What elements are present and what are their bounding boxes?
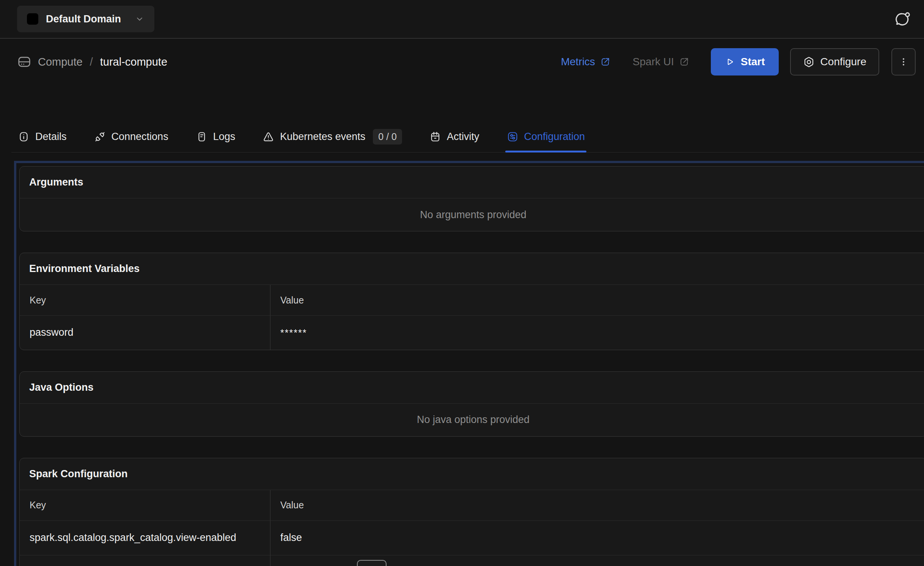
table-row: spark.sql.catalog.spark_catalog.view-ena… — [20, 521, 924, 555]
row-value-masked: ****** — [270, 316, 924, 350]
breadcrumb-separator: / — [90, 56, 93, 68]
empty-state-message: No java options provided — [20, 404, 924, 436]
tab-activity[interactable]: Activity — [429, 121, 479, 153]
section-spark-configuration: Spark ConfigurationKeyValuespark.sql.cat… — [19, 458, 924, 566]
section-title: Environment Variables — [20, 253, 924, 285]
row-key — [20, 555, 270, 566]
breadcrumb: Compute / tural-compute — [17, 55, 167, 69]
breadcrumb-current-page: tural-compute — [100, 56, 167, 68]
configure-button-label: Configure — [820, 56, 866, 68]
section-java-options: Java OptionsNo java options provided — [19, 371, 924, 437]
tab-label: Kubernetes events — [280, 131, 365, 143]
domain-color-swatch — [27, 13, 38, 25]
section-arguments: ArgumentsNo arguments provided — [19, 166, 924, 231]
tab-logs[interactable]: Logs — [196, 121, 236, 153]
section-environment-variables: Environment VariablesKeyValuepassword***… — [19, 253, 924, 350]
calendar-icon — [429, 131, 441, 143]
chat-button[interactable] — [892, 8, 913, 30]
info-icon — [18, 131, 30, 143]
tab-label: Connections — [112, 131, 168, 143]
external-link-icon — [600, 57, 611, 67]
tab-label: Configuration — [524, 131, 585, 143]
warning-icon — [262, 131, 274, 143]
tab-connections[interactable]: Connections — [94, 121, 168, 153]
column-header-key: Key — [20, 490, 270, 520]
column-header-value: Value — [270, 285, 924, 315]
page-header: Compute / tural-compute Metrics Spark UI… — [0, 39, 924, 84]
top-bar: Default Domain — [0, 0, 924, 39]
table-header-row: KeyValue — [20, 490, 924, 521]
metrics-link[interactable]: Metrics — [561, 56, 611, 68]
configure-button[interactable]: Configure — [790, 48, 879, 75]
tab-badge: 0 / 0 — [373, 129, 402, 145]
tab-bar: DetailsConnectionsLogsKubernetes events0… — [0, 121, 924, 153]
row-value: false — [270, 521, 924, 555]
start-button-label: Start — [741, 56, 765, 68]
table-row: password****** — [20, 316, 924, 350]
table-header-row: KeyValue — [20, 285, 924, 316]
configuration-tab-panel: ArgumentsNo arguments providedEnvironmen… — [14, 161, 924, 566]
tab-kubernetes-events[interactable]: Kubernetes events0 / 0 — [262, 121, 402, 153]
logs-icon — [196, 131, 207, 143]
nut-icon — [803, 56, 815, 68]
column-header-key: Key — [20, 285, 270, 315]
column-header-value: Value — [270, 490, 924, 520]
domain-label: Default Domain — [46, 13, 121, 25]
external-link-icon — [679, 57, 690, 67]
sliders-icon — [507, 131, 519, 143]
start-button[interactable]: Start — [711, 48, 779, 75]
more-options-button[interactable] — [891, 48, 916, 75]
section-title: Arguments — [20, 167, 924, 198]
tab-label: Activity — [447, 131, 479, 143]
empty-state-message: No arguments provided — [20, 198, 924, 231]
plug-icon — [94, 131, 106, 143]
chat-bubble-icon — [894, 11, 911, 27]
tab-configuration[interactable]: Configuration — [507, 121, 585, 153]
section-title: Java Options — [20, 372, 924, 404]
truncated-row — [20, 555, 924, 566]
chevron-down-icon — [135, 14, 145, 24]
domain-selector[interactable]: Default Domain — [17, 6, 154, 32]
row-key: password — [20, 316, 270, 350]
tab-label: Details — [35, 131, 67, 143]
tab-details[interactable]: Details — [18, 121, 67, 153]
partially-visible-button[interactable] — [357, 560, 387, 566]
play-icon — [724, 57, 735, 67]
kebab-icon — [898, 56, 909, 68]
spark-ui-link[interactable]: Spark UI — [633, 56, 690, 68]
row-key: spark.sql.catalog.spark_catalog.view-ena… — [20, 521, 270, 555]
section-title: Spark Configuration — [20, 458, 924, 490]
metrics-link-label: Metrics — [561, 56, 595, 68]
header-actions: Metrics Spark UI Start Configure — [561, 48, 916, 75]
tab-label: Logs — [213, 131, 236, 143]
spark-ui-link-label: Spark UI — [633, 56, 674, 68]
compute-icon — [17, 55, 31, 69]
active-tab-underline — [505, 151, 587, 153]
breadcrumb-compute-link[interactable]: Compute — [38, 56, 83, 68]
